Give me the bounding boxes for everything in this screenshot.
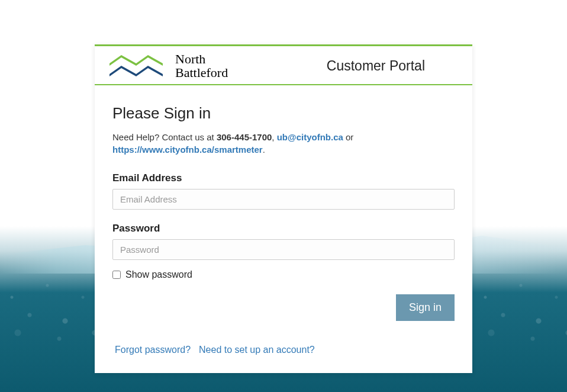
button-row: Sign in [112,294,455,321]
signin-button[interactable]: Sign in [396,294,455,321]
email-label: Email Address [112,172,455,184]
help-text: Need Help? Contact us at 306-445-1700, u… [112,131,455,156]
help-url-link[interactable]: https://www.cityofnb.ca/smartmeter [112,144,263,155]
help-email-link[interactable]: ub@cityofnb.ca [277,132,343,142]
help-phone: 306-445-1700 [217,132,272,142]
card-body: Please Sign in Need Help? Contact us at … [95,85,472,373]
help-suffix: . [263,144,265,155]
show-password-row: Show password [112,269,455,280]
logo-text: North Battleford [175,52,228,79]
logo-line1: North [175,52,228,66]
show-password-checkbox[interactable] [112,271,121,279]
signin-title: Please Sign in [112,104,455,123]
card-header: North Battleford Customer Portal [95,44,472,85]
show-password-label[interactable]: Show password [125,269,192,280]
portal-title: Customer Portal [327,58,425,74]
password-field[interactable] [112,239,455,260]
help-prefix: Need Help? Contact us at [112,132,217,142]
logo-line2: Battleford [175,66,228,79]
password-label: Password [112,223,455,234]
setup-account-link[interactable]: Need to set up an account? [199,345,315,355]
logo: North Battleford [107,52,228,79]
links-row: Forgot password? Need to set up an accou… [112,345,455,355]
forgot-password-link[interactable]: Forgot password? [115,345,191,355]
email-field[interactable] [112,189,455,210]
logo-mark-icon [107,53,166,79]
signin-card: North Battleford Customer Portal Please … [95,44,472,373]
help-sep2: or [343,132,354,142]
help-sep1: , [272,132,276,142]
